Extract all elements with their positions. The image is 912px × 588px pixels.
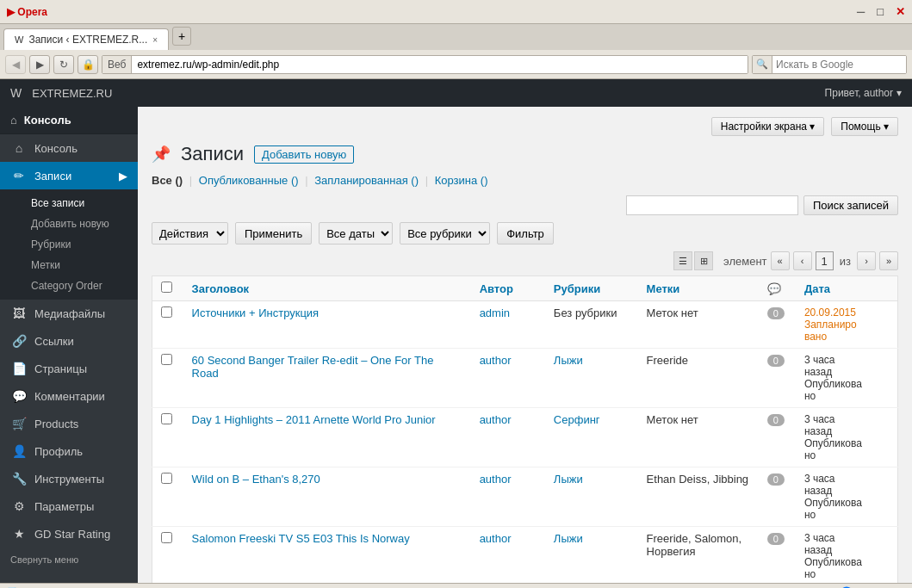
admin-bar-site-name[interactable]: EXTREMEZ.RU bbox=[32, 87, 112, 100]
date-line4: но bbox=[804, 509, 889, 521]
comment-count: 0 bbox=[767, 307, 785, 319]
maximize-btn[interactable]: □ bbox=[877, 5, 884, 18]
category-link[interactable]: Серфинг bbox=[554, 413, 600, 426]
posts-search: Поиск записей bbox=[626, 195, 898, 215]
sidebar-submenu-tags[interactable]: Метки bbox=[0, 255, 138, 275]
row-tags-cell: Меток нет bbox=[638, 408, 759, 467]
sidebar-item-profile[interactable]: 👤 Профиль bbox=[0, 437, 138, 465]
filter-tab-trash[interactable]: Корзина () bbox=[435, 174, 488, 187]
sidebar-item-label: Инструменты bbox=[34, 473, 104, 486]
posts-search-input[interactable] bbox=[626, 195, 798, 215]
table-row: Salomon Freeski TV S5 E03 This Is Norway… bbox=[152, 527, 898, 584]
active-tab[interactable]: W Записи ‹ EXTREMEZ.R... × bbox=[3, 28, 169, 50]
post-title-link[interactable]: 60 Second Banger Trailer Re-edit – One F… bbox=[192, 354, 434, 380]
filter-tab-published[interactable]: Опубликованные () bbox=[199, 174, 299, 187]
sidebar-submenu-add-new[interactable]: Добавить новую bbox=[0, 214, 138, 234]
row-checkbox[interactable] bbox=[161, 354, 172, 365]
comments-icon: 💬 bbox=[10, 389, 28, 403]
current-page-input[interactable]: 1 bbox=[816, 251, 834, 270]
admin-bar-left: W EXTREMEZ.RU bbox=[10, 86, 112, 100]
sidebar-item-links[interactable]: 🔗 Ссылки bbox=[0, 327, 138, 355]
filter-button[interactable]: Фильтр bbox=[497, 222, 554, 244]
post-title-link[interactable]: Источники + Инструкция bbox=[192, 306, 320, 319]
sidebar-item-gdstar[interactable]: ★ GD Star Rating bbox=[0, 520, 138, 548]
date-status: 3 часа назад Опубликова но bbox=[804, 473, 889, 521]
row-checkbox[interactable] bbox=[161, 306, 172, 318]
screen-options-btn[interactable]: Настройки экрана ▾ bbox=[711, 117, 825, 136]
sidebar-collapse-btn[interactable]: Свернуть меню bbox=[0, 548, 138, 572]
sidebar-submenu-categories[interactable]: Рубрики bbox=[0, 234, 138, 255]
th-author[interactable]: Автор bbox=[471, 276, 545, 301]
add-new-button[interactable]: Добавить новую bbox=[254, 145, 354, 164]
back-button[interactable]: ◀ bbox=[5, 55, 26, 74]
search-input[interactable] bbox=[772, 56, 907, 73]
prev-page-btn[interactable]: ‹ bbox=[793, 251, 812, 270]
filter-tab-all[interactable]: Все () bbox=[152, 174, 183, 187]
next-page-btn[interactable]: › bbox=[857, 251, 876, 270]
sidebar-item-media[interactable]: 🖼 Медиафайлы bbox=[0, 300, 138, 327]
row-title-cell: Salomon Freeski TV S5 E03 This Is Norway bbox=[183, 527, 471, 584]
row-checkbox[interactable] bbox=[161, 532, 172, 543]
row-checkbox[interactable] bbox=[161, 413, 172, 424]
row-author-cell: author bbox=[471, 408, 545, 467]
row-check-cell bbox=[152, 467, 183, 527]
sidebar-item-pages[interactable]: 📄 Страницы bbox=[0, 355, 138, 382]
th-date[interactable]: Дата bbox=[796, 276, 898, 301]
sidebar-submenu-all-posts[interactable]: Все записи bbox=[0, 193, 138, 214]
date-line2: назад bbox=[804, 425, 889, 437]
first-page-btn[interactable]: « bbox=[771, 251, 790, 270]
author-link[interactable]: admin bbox=[480, 306, 510, 319]
row-date-cell: 20.09.2015 Запланиро вано bbox=[796, 301, 898, 349]
dates-filter-select[interactable]: Все даты bbox=[319, 222, 393, 244]
greeting-arrow-icon[interactable]: ▾ bbox=[896, 87, 902, 99]
close-btn[interactable]: ✕ bbox=[896, 5, 905, 18]
sidebar-item-comments[interactable]: 💬 Комментарии bbox=[0, 382, 138, 410]
category-link[interactable]: Лыжи bbox=[554, 354, 583, 367]
grid-view-btn[interactable]: ⊞ bbox=[694, 251, 713, 270]
date-line3: Опубликова bbox=[804, 497, 889, 509]
post-title-link[interactable]: Salomon Freeski TV S5 E03 This Is Norway bbox=[192, 532, 410, 545]
security-button[interactable]: 🔒 bbox=[78, 55, 98, 74]
pages-icon: 📄 bbox=[10, 362, 28, 375]
sidebar-item-settings[interactable]: ⚙ Параметры bbox=[0, 492, 138, 520]
th-categories[interactable]: Рубрики bbox=[545, 276, 638, 301]
minimize-btn[interactable]: ─ bbox=[857, 5, 865, 18]
author-link[interactable]: author bbox=[480, 473, 512, 486]
category-text: Без рубрики bbox=[554, 306, 617, 319]
list-view-btn[interactable]: ☰ bbox=[673, 251, 692, 270]
bulk-actions-select[interactable]: Действия Изменить Удалить bbox=[152, 222, 228, 244]
row-checkbox[interactable] bbox=[161, 473, 172, 484]
wp-logo-icon[interactable]: W bbox=[10, 86, 22, 100]
last-page-btn[interactable]: » bbox=[879, 251, 898, 270]
tags-text: Меток нет bbox=[647, 413, 698, 426]
search-bar[interactable]: 🔍 🔍 bbox=[752, 55, 907, 74]
sidebar-item-dashboard[interactable]: ⌂ Консоль bbox=[0, 134, 138, 162]
categories-filter-select[interactable]: Все рубрики bbox=[400, 222, 490, 244]
new-tab-btn[interactable]: + bbox=[172, 27, 191, 46]
th-comments: 💬 bbox=[759, 276, 796, 301]
sidebar-submenu-category-order[interactable]: Category Order bbox=[0, 275, 138, 296]
th-tags[interactable]: Метки bbox=[638, 276, 759, 301]
select-all-checkbox[interactable] bbox=[161, 282, 172, 293]
sidebar-item-tools[interactable]: 🔧 Инструменты bbox=[0, 465, 138, 492]
address-bar[interactable]: Веб bbox=[102, 55, 748, 74]
address-input[interactable] bbox=[132, 56, 748, 73]
th-title[interactable]: Заголовок bbox=[183, 276, 471, 301]
category-link[interactable]: Лыжи bbox=[554, 532, 583, 545]
sidebar-item-posts[interactable]: ✏ Записи ▶ bbox=[0, 162, 138, 189]
forward-button[interactable]: ▶ bbox=[29, 55, 50, 74]
post-title-link[interactable]: Day 1 Highlights – 2011 Arnette World Pr… bbox=[192, 413, 436, 426]
row-category-cell: Серфинг bbox=[545, 408, 638, 467]
reload-button[interactable]: ↻ bbox=[53, 55, 74, 74]
post-title-link[interactable]: Wild on B – Ethan's 8,270 bbox=[192, 473, 320, 486]
category-link[interactable]: Лыжи bbox=[554, 473, 583, 486]
author-link[interactable]: author bbox=[480, 532, 512, 545]
help-btn[interactable]: Помощь ▾ bbox=[831, 117, 898, 136]
sidebar-item-products[interactable]: 🛒 Products bbox=[0, 410, 138, 437]
author-link[interactable]: author bbox=[480, 354, 512, 367]
tab-close-btn[interactable]: × bbox=[152, 35, 158, 45]
author-link[interactable]: author bbox=[480, 413, 512, 426]
bulk-apply-button[interactable]: Применить bbox=[235, 222, 312, 244]
posts-search-button[interactable]: Поиск записей bbox=[803, 195, 898, 215]
filter-tab-scheduled[interactable]: Запланированная () bbox=[314, 174, 419, 187]
